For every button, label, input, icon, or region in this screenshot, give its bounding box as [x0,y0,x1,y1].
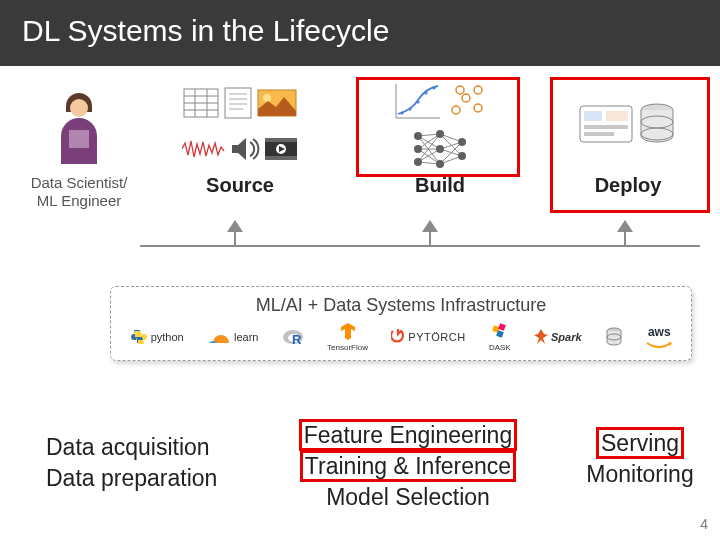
infra-title: ML/AI + Data Systems Infrastructure [121,295,681,316]
document-icon [223,86,253,120]
role-column: Data Scientist/ ML Engineer [14,78,144,210]
video-icon [264,137,298,161]
dask-icon [491,322,509,340]
speaker-icon [230,136,260,162]
role-line2: ML Engineer [37,192,122,209]
waveform-icon [182,139,226,159]
sklearn-logo: learn [207,329,258,345]
r-icon: R [282,328,304,346]
person-icon [49,84,109,164]
note-highlighted: Feature Engineering [299,419,517,451]
dask-logo: DASK [489,322,511,352]
svg-rect-8 [225,88,251,118]
arrow-stem [234,232,236,246]
r-logo: R [282,328,304,346]
tensorflow-logo: TensorFlow [327,322,368,352]
note-line: Monitoring [586,461,693,487]
notes-deploy: Serving Monitoring [570,428,710,490]
source-column: Source [160,78,320,197]
note-highlighted: Serving [596,427,684,459]
arrow-to-source [227,220,243,232]
python-logo: python [130,328,184,346]
database-small-icon [605,327,623,347]
spark-logo: Spark [534,328,582,346]
notes-area: Data acquisition Data preparation Featur… [0,420,720,540]
note-line: Data acquisition [46,434,210,460]
note-line: Data preparation [46,465,217,491]
svg-point-0 [70,99,88,117]
arrow-stem [624,232,626,246]
infra-logo-row: python learn R TensorFlow PYTÖRCH DASK S… [121,322,681,352]
sklearn-label: learn [234,331,258,343]
svg-point-65 [401,331,403,333]
svg-point-14 [263,94,271,102]
tensorflow-label: TensorFlow [327,343,368,352]
role-icons [14,78,144,170]
aws-label: aws [648,325,671,339]
source-icons [160,78,320,170]
dask-label: DASK [489,343,511,352]
title-bar: DL Systems in the Lifecycle [0,0,720,66]
aws-logo: aws [646,325,672,350]
svg-rect-17 [265,156,297,160]
svg-rect-67 [498,323,506,331]
build-label: Build [360,174,520,197]
pytorch-icon [391,328,405,346]
arrow-to-build [422,220,438,232]
note-highlighted: Training & Inference [300,450,516,482]
svg-rect-1 [69,130,89,148]
image-icon [257,89,297,117]
source-label: Source [160,174,320,197]
note-line: Model Selection [326,484,490,510]
highlight-deploy-stage [550,77,710,213]
aws-smile-icon [646,342,672,350]
connector-line [140,245,700,247]
sklearn-icon [207,329,231,345]
tensorflow-icon [339,322,357,340]
spark-label: Spark [551,331,582,343]
svg-text:R: R [292,332,302,346]
lifecycle-stages: Data Scientist/ ML Engineer Source [0,72,720,262]
python-label: python [151,331,184,343]
pytorch-label: PYTÖRCH [408,331,465,343]
python-icon [130,328,148,346]
page-title: DL Systems in the Lifecycle [22,14,389,47]
spark-icon [534,328,548,346]
pytorch-logo: PYTÖRCH [391,328,465,346]
infrastructure-panel: ML/AI + Data Systems Infrastructure pyth… [110,286,692,361]
notes-source: Data acquisition Data preparation [46,432,266,494]
table-icon [183,88,219,118]
arrow-stem [429,232,431,246]
highlight-build-icons [356,77,520,177]
stage-connector-bar [140,220,700,250]
role-label: Data Scientist/ ML Engineer [14,174,144,210]
page-number: 4 [700,516,708,532]
svg-rect-16 [265,138,297,142]
arrow-to-deploy [617,220,633,232]
role-line1: Data Scientist/ [31,174,128,191]
db-generic-logo [605,327,623,347]
notes-build: Feature Engineering Training & Inference… [278,420,538,513]
